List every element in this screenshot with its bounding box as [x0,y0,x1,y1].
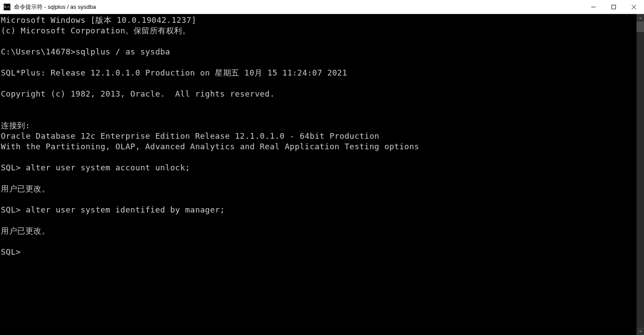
terminal-line [1,173,637,184]
terminal-line [1,152,637,162]
minimize-button[interactable] [583,0,604,14]
scroll-down-button[interactable] [637,328,644,335]
terminal-line [1,99,637,110]
terminal-line [1,57,637,68]
terminal-line: SQL> alter user system account unlock; [1,162,637,173]
terminal-line [1,36,637,47]
terminal-line: Microsoft Windows [版本 10.0.19042.1237] [1,15,637,25]
close-icon [632,5,636,9]
title-bar: C:\ 命令提示符 - sqlplus / as sysdba [0,0,644,14]
window-title: 命令提示符 - sqlplus / as sysdba [14,3,583,11]
chevron-down-icon [639,330,642,333]
terminal-line [1,236,637,247]
chevron-up-icon [639,16,642,20]
terminal-line [1,110,637,120]
terminal-line: Oracle Database 12c Enterprise Edition R… [1,131,637,141]
terminal-container: Microsoft Windows [版本 10.0.19042.1237](c… [0,14,644,335]
terminal-line: 用户已更改。 [1,226,637,236]
cmd-icon: C:\ [4,4,11,11]
maximize-button[interactable] [604,0,624,14]
scrollbar[interactable] [637,14,644,335]
terminal-line [1,78,637,89]
window-controls [583,0,644,14]
terminal-line [1,194,637,205]
terminal-line: 用户已更改。 [1,184,637,194]
terminal-line: C:\Users\14678>sqlplus / as sysdba [1,47,637,57]
scroll-thumb[interactable] [637,22,644,32]
minimize-icon [591,5,596,9]
terminal-line: SQL> [1,247,637,257]
svg-rect-1 [612,5,616,9]
terminal-line [1,215,637,226]
terminal-line: With the Partitioning, OLAP, Advanced An… [1,141,637,152]
terminal-line: 连接到: [1,120,637,131]
terminal-output[interactable]: Microsoft Windows [版本 10.0.19042.1237](c… [0,14,637,335]
terminal-line: SQL> alter user system identified by man… [1,205,637,215]
close-button[interactable] [624,0,644,14]
scroll-up-button[interactable] [637,14,644,22]
terminal-line: SQL*Plus: Release 12.1.0.1.0 Production … [1,68,637,78]
terminal-line: (c) Microsoft Corporation。保留所有权利。 [1,25,637,36]
terminal-line: Copyright (c) 1982, 2013, Oracle. All ri… [1,89,637,99]
maximize-icon [611,5,616,9]
